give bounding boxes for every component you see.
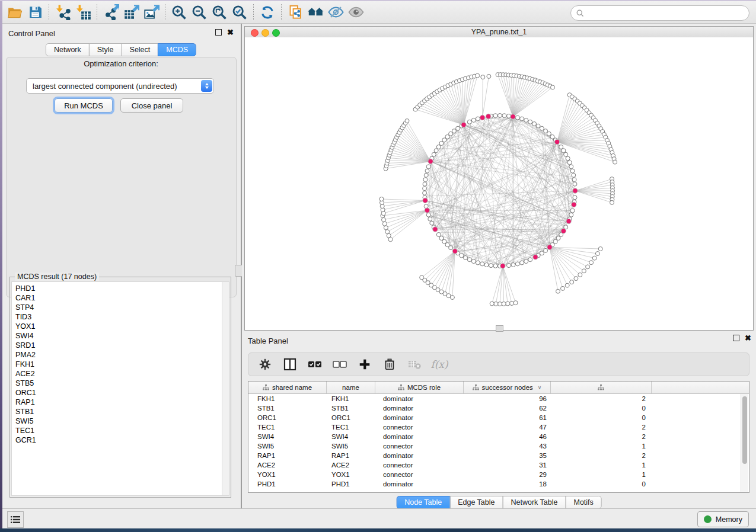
criterion-value: largest connected component (undirected) — [27, 82, 201, 91]
table-cell: 1 — [551, 462, 652, 469]
column-header-name[interactable]: name — [327, 382, 375, 393]
table-cell: TEC1 — [327, 424, 375, 431]
mcds-result-list[interactable]: PHD1CAR1STP4TID3YOX1SWI4SRD1PMA2FKH1ACE2… — [11, 281, 229, 496]
save-session-button[interactable] — [25, 4, 45, 21]
table-row[interactable]: PHD1PHD1dominator180 — [248, 479, 749, 489]
status-bar: Memory — [2, 508, 756, 529]
list-item[interactable]: PHD1 — [12, 284, 229, 293]
float-table-panel-icon[interactable] — [733, 335, 739, 341]
zoom-fit-button[interactable] — [209, 4, 229, 21]
criterion-dropdown[interactable]: largest connected component (undirected) — [26, 78, 214, 94]
select-all-button[interactable] — [307, 356, 323, 373]
list-item[interactable]: STP4 — [12, 303, 229, 312]
table-row[interactable]: ACE2ACE2connector311 — [248, 460, 749, 470]
deselect-all-button[interactable] — [331, 356, 348, 373]
close-panel-icon[interactable]: ✖ — [227, 30, 234, 35]
export-network-button[interactable] — [101, 4, 121, 21]
list-item[interactable]: STB5 — [12, 379, 229, 388]
tab-edge-table[interactable]: Edge Table — [449, 496, 503, 509]
table-row[interactable]: STB1STB1dominator620 — [248, 403, 749, 413]
tab-select[interactable]: Select — [122, 43, 159, 56]
show-column-panel-button[interactable] — [282, 356, 298, 373]
list-item[interactable]: SRD1 — [12, 341, 229, 350]
table-row[interactable]: ORC1ORC1dominator610 — [248, 413, 749, 422]
open-file-button[interactable] — [5, 4, 25, 21]
clone-network-button[interactable] — [285, 4, 305, 21]
import-network-button[interactable] — [53, 4, 73, 21]
list-item[interactable]: ACE2 — [12, 369, 229, 379]
list-item[interactable]: RAP1 — [12, 398, 229, 407]
first-neighbors-icon — [307, 4, 324, 21]
toolbar-separator — [165, 4, 165, 21]
memory-button[interactable]: Memory — [697, 511, 749, 527]
tab-network-table[interactable]: Network Table — [503, 496, 566, 509]
table-cell: SWI4 — [248, 433, 327, 440]
list-item[interactable]: SWI5 — [12, 416, 229, 426]
first-neighbors-button[interactable] — [305, 4, 326, 21]
table-cell: STB1 — [327, 405, 375, 412]
close-table-panel-icon[interactable]: ✖ — [745, 335, 751, 341]
task-history-button[interactable] — [7, 511, 24, 528]
list-item[interactable]: GCR1 — [12, 435, 229, 445]
column-header-shared-name[interactable]: shared name — [248, 382, 327, 393]
zoom-in-button[interactable] — [169, 4, 189, 21]
hide-selected-button[interactable] — [326, 4, 346, 21]
export-network-icon — [103, 4, 119, 20]
show-all-button[interactable] — [346, 4, 366, 21]
column-header-predecessor-nodes[interactable] — [551, 382, 652, 393]
list-item[interactable]: STB1 — [12, 407, 229, 416]
zoom-selected-button[interactable] — [229, 4, 250, 21]
list-item[interactable]: SWI4 — [12, 331, 229, 341]
table-row[interactable]: FKH1FKH1dominator962 — [248, 394, 749, 403]
float-panel-icon[interactable] — [215, 29, 222, 36]
table-cell: 61 — [464, 414, 551, 421]
table-scrollbar-thumb[interactable] — [742, 396, 747, 464]
table-row[interactable]: RAP1RAP1dominator352 — [248, 451, 749, 460]
table-cell: dominator — [375, 480, 464, 488]
tab-mcds[interactable]: MCDS — [158, 43, 196, 56]
checked-boxes-icon — [307, 357, 323, 372]
tab-node-table[interactable]: Node Table — [396, 496, 450, 509]
tab-network[interactable]: Network — [46, 43, 90, 56]
create-column-button[interactable] — [356, 356, 373, 373]
column-header-successor-nodes[interactable]: successor nodes ∨ — [464, 382, 551, 393]
list-item[interactable]: TID3 — [12, 312, 229, 322]
table-row[interactable]: YOX1YOX1connector291 — [248, 470, 749, 479]
table-cell: RAP1 — [248, 452, 327, 459]
table-row[interactable]: SWI5SWI5connector431 — [248, 441, 749, 451]
table-cell: 31 — [464, 462, 551, 469]
list-item[interactable]: CAR1 — [12, 293, 229, 303]
list-item[interactable]: PMA2 — [12, 350, 229, 360]
column-header-mcds-role[interactable]: MCDS role — [375, 382, 464, 393]
tab-style[interactable]: Style — [89, 43, 122, 56]
list-item[interactable]: YOX1 — [12, 322, 229, 331]
table-settings-button[interactable] — [257, 356, 273, 373]
run-mcds-button[interactable]: Run MCDS — [55, 98, 113, 113]
mcds-result-group: MCDS result (17 nodes) PHD1CAR1STP4TID3Y… — [9, 277, 231, 498]
table-cell: dominator — [375, 414, 464, 421]
table-row[interactable]: SWI4SWI4dominator462 — [248, 432, 749, 441]
search-input[interactable] — [585, 8, 749, 18]
list-item[interactable]: TEC1 — [12, 426, 229, 435]
network-window-titlebar[interactable]: YPA_prune.txt_1 — [245, 27, 753, 38]
export-image-button[interactable] — [141, 4, 161, 21]
table-scrollbar[interactable] — [741, 394, 748, 492]
list-item[interactable]: FKH1 — [12, 360, 229, 369]
eye-slash-icon — [327, 4, 344, 21]
network-view[interactable] — [245, 37, 753, 330]
table-cell: connector — [375, 443, 464, 450]
column-header-filler — [652, 382, 749, 393]
table-cell: 0 — [551, 405, 652, 412]
table-row[interactable]: TEC1TEC1connector472 — [248, 422, 749, 432]
zoom-out-button[interactable] — [189, 4, 209, 21]
table-cell: 18 — [464, 480, 551, 488]
list-item[interactable]: ORC1 — [12, 388, 229, 398]
import-table-button[interactable] — [73, 4, 93, 21]
tab-motifs[interactable]: Motifs — [565, 496, 601, 509]
horizontal-splitter-grip[interactable] — [496, 325, 503, 332]
refresh-button[interactable] — [257, 4, 277, 21]
delete-column-button[interactable] — [381, 356, 398, 373]
export-table-button[interactable] — [121, 4, 141, 21]
close-panel-button[interactable]: Close panel — [120, 98, 183, 113]
mcds-list-scrollbar[interactable] — [222, 282, 229, 495]
